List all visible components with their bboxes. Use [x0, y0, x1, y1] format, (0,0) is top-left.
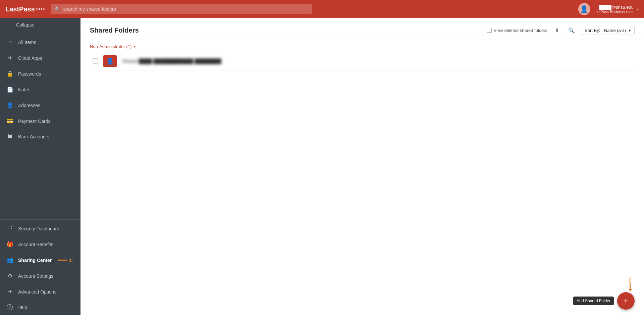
view-deleted-label[interactable]: View deleted shared folders — [487, 28, 547, 33]
settings-icon: ⚙ — [7, 273, 13, 279]
folder-checkbox[interactable] — [93, 58, 98, 64]
sidebar-item-account-settings[interactable]: ⚙ Account Settings — [0, 268, 80, 284]
sidebar-item-notes[interactable]: 📄 Notes — [0, 82, 80, 97]
app-header: LastPass •••• 🔍 👤 ████@shsu.edu LastPass… — [0, 0, 644, 18]
sidebar-divider-2 — [0, 219, 80, 220]
bank-icon: 🏛 — [7, 134, 13, 140]
sidebar-divider — [0, 33, 80, 33]
user-email: ████@shsu.edu — [594, 5, 634, 10]
search-icon: 🔍 — [55, 6, 60, 12]
sidebar-label-advanced-options: Advanced Options — [18, 289, 56, 295]
sidebar-label-all-items: All Items — [18, 40, 36, 45]
header-controls: View deleted shared folders ⬆ 🔍 Sort By:… — [487, 25, 635, 36]
view-deleted-text: View deleted shared folders — [494, 28, 547, 33]
logo: LastPass •••• — [5, 5, 45, 13]
user-info: ████@shsu.edu LastPass Business User — [594, 5, 634, 14]
add-shared-folder-tooltip: Add Shared Folder — [573, 297, 614, 305]
sidebar-label-addresses: Addresses — [18, 103, 40, 108]
search-icon-btn[interactable]: 🔍 — [566, 25, 577, 36]
folder-name: Shared-████ ████████████ ████████ — [122, 58, 221, 64]
user-role: LastPass Business User — [594, 10, 634, 14]
avatar: 👤 — [578, 3, 590, 15]
chevron-down-icon: ▾ — [637, 7, 639, 11]
collapse-label: Collapse — [16, 22, 34, 28]
sidebar-item-security-dashboard[interactable]: 🛡 Security Dashboard — [0, 221, 80, 236]
sidebar-item-bank-accounts[interactable]: 🏛 Bank Accounts — [0, 129, 80, 144]
annotation-label-2: 2. — [628, 277, 632, 282]
sidebar-item-account-benefits[interactable]: 🎁 Account Benefits — [0, 236, 80, 252]
notes-icon: 📄 — [7, 86, 13, 93]
sidebar-label-help: Help — [17, 305, 27, 310]
section-label[interactable]: Non-Administrator (1) ▾ — [80, 40, 644, 52]
sidebar: ← Collapse ⌂ All Items ✈ Cloud Apps 🔒 Pa… — [0, 18, 80, 315]
content-header: Shared Folders View deleted shared folde… — [80, 18, 644, 40]
shared-folder-icon: 👤 — [106, 57, 114, 65]
user-menu[interactable]: 👤 ████@shsu.edu LastPass Business User ▾ — [578, 3, 639, 15]
sidebar-label-sharing-center: Sharing Center — [18, 258, 52, 263]
sidebar-item-all-items[interactable]: ⌂ All Items — [0, 35, 80, 50]
folder-item[interactable]: 👤 Shared-████ ████████████ ████████ — [90, 52, 635, 71]
help-icon: ? — [7, 304, 13, 310]
advanced-icon: ✈ — [7, 288, 13, 295]
sidebar-item-passwords[interactable]: 🔒 Passwords — [0, 66, 80, 82]
upload-icon: ⬆ — [555, 27, 559, 34]
cloud-apps-icon: ✈ — [7, 55, 13, 61]
sidebar-label-passwords: Passwords — [18, 71, 41, 77]
sidebar-label-notes: Notes — [18, 87, 31, 92]
folder-list: 👤 Shared-████ ████████████ ████████ — [80, 52, 644, 287]
page-title: Shared Folders — [90, 27, 139, 34]
address-icon: 👤 — [7, 102, 13, 108]
add-button-area: 2. Add Shared Folder + — [80, 287, 644, 315]
arrow-down-line — [630, 282, 631, 289]
sharing-icon: 👥 — [7, 257, 13, 263]
annotation-label-1: 1. — [69, 258, 73, 263]
sidebar-item-payment-cards[interactable]: 💳 Payment Cards — [0, 113, 80, 129]
search-input[interactable] — [63, 6, 308, 12]
upload-icon-btn[interactable]: ⬆ — [551, 25, 562, 36]
sidebar-label-security-dashboard: Security Dashboard — [18, 226, 59, 231]
sort-value: Name (a-z) — [604, 28, 626, 33]
lock-icon: 🔒 — [7, 71, 13, 77]
payment-icon: 💳 — [7, 118, 13, 124]
shield-icon: 🛡 — [7, 226, 13, 232]
add-shared-folder-button[interactable]: + — [617, 292, 635, 310]
sidebar-item-sharing-center[interactable]: 👥 Sharing Center 1. — [0, 252, 80, 268]
sidebar-label-account-settings: Account Settings — [18, 273, 53, 279]
collapse-icon: ← — [7, 22, 11, 28]
search-icon: 🔍 — [568, 27, 575, 34]
view-deleted-checkbox[interactable] — [487, 28, 492, 33]
sidebar-label-account-benefits: Account Benefits — [18, 242, 53, 247]
section-chevron-icon: ▾ — [133, 45, 135, 48]
folder-icon: 👤 — [103, 55, 117, 67]
sidebar-spacer — [0, 144, 80, 218]
benefits-icon: 🎁 — [7, 241, 13, 248]
sidebar-item-addresses[interactable]: 👤 Addresses — [0, 97, 80, 113]
sidebar-item-help[interactable]: ? Help — [0, 300, 80, 315]
section-label-text: Non-Administrator (1) — [90, 44, 131, 49]
sidebar-item-advanced-options[interactable]: ✈ Advanced Options — [0, 284, 80, 300]
sidebar-item-collapse[interactable]: ← Collapse — [0, 18, 80, 32]
sort-chevron-icon: ▾ — [629, 28, 631, 33]
annotation-1: 1. — [58, 258, 73, 263]
sidebar-label-cloud-apps: Cloud Apps — [18, 55, 42, 61]
sort-label: Sort By: — [585, 28, 600, 33]
sidebar-item-cloud-apps[interactable]: ✈ Cloud Apps — [0, 50, 80, 66]
plus-icon: + — [623, 296, 629, 306]
arrow-down-head — [629, 289, 632, 291]
logo-dots: •••• — [36, 6, 46, 12]
sort-dropdown[interactable]: Sort By: Name (a-z) ▾ — [581, 26, 635, 35]
annotation-2: 2. — [628, 277, 632, 291]
arrow-line — [58, 260, 67, 261]
sidebar-label-bank-accounts: Bank Accounts — [18, 134, 49, 139]
search-bar[interactable]: 🔍 — [51, 4, 312, 14]
main-content: Shared Folders View deleted shared folde… — [80, 18, 644, 315]
home-icon: ⌂ — [7, 39, 13, 45]
sidebar-label-payment-cards: Payment Cards — [18, 119, 50, 124]
logo-text: LastPass — [5, 5, 35, 13]
layout: ← Collapse ⌂ All Items ✈ Cloud Apps 🔒 Pa… — [0, 18, 644, 315]
